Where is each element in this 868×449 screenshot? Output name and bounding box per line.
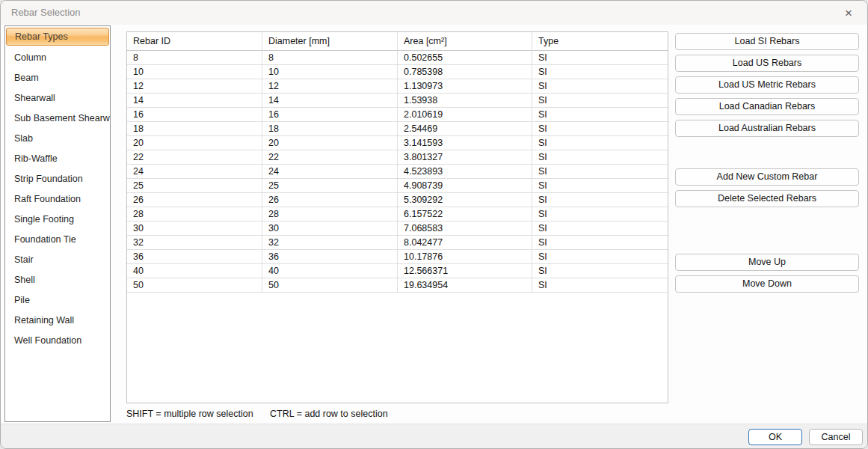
sidebar-item-rib-waffle[interactable]: Rib-Waffle xyxy=(5,149,110,169)
table-cell: 2.54469 xyxy=(398,122,532,136)
load-si-rebars-button[interactable]: Load SI Rebars xyxy=(675,33,859,50)
table-cell: 22 xyxy=(262,150,398,165)
sidebar-item-shearwall[interactable]: Shearwall xyxy=(5,88,110,109)
table-row[interactable]: 30307.068583SI xyxy=(127,222,668,236)
cancel-button[interactable]: Cancel xyxy=(809,429,863,445)
sidebar-item-strip-foundation[interactable]: Strip Foundation xyxy=(5,169,110,189)
table-cell: SI xyxy=(532,193,668,207)
table-row[interactable]: 14141.53938SI xyxy=(127,94,668,108)
sidebar-item-raft-foundation[interactable]: Raft Foundation xyxy=(5,189,110,210)
sidebar-item-single-footing[interactable]: Single Footing xyxy=(5,210,110,230)
table-cell: 3.141593 xyxy=(398,136,532,150)
table-cell: SI xyxy=(532,207,668,222)
table-cell: 24 xyxy=(262,165,398,179)
table-row[interactable]: 32328.042477SI xyxy=(127,236,668,250)
table-row[interactable]: 880.502655SI xyxy=(127,51,668,65)
table-cell: 2.010619 xyxy=(398,108,532,122)
table-cell: SI xyxy=(532,79,668,94)
table-cell: 10.17876 xyxy=(398,250,532,264)
ctrl-hint-label: CTRL = add row to selection xyxy=(270,409,388,419)
sidebar-item-column[interactable]: Column xyxy=(5,48,110,68)
sidebar-item-beam[interactable]: Beam xyxy=(5,68,110,88)
sidebar-item-shell[interactable]: Shell xyxy=(5,270,110,290)
table-row[interactable]: 363610.17876SI xyxy=(127,250,668,264)
table-row[interactable]: 16162.010619SI xyxy=(127,108,668,122)
table-row[interactable]: 505019.634954SI xyxy=(127,278,668,293)
footer-bar xyxy=(1,424,867,448)
table-row[interactable]: 12121.130973SI xyxy=(127,79,668,94)
table-cell: SI xyxy=(532,278,668,293)
table-cell: 40 xyxy=(127,264,262,278)
table-cell: 4.908739 xyxy=(398,179,532,193)
table-row[interactable]: 404012.566371SI xyxy=(127,264,668,278)
table-cell: 25 xyxy=(127,179,262,193)
table-cell: 24 xyxy=(127,165,262,179)
table-cell: 14 xyxy=(127,94,262,108)
sidebar-item-well-foundation[interactable]: Well Foundation xyxy=(5,331,110,351)
table-cell: 26 xyxy=(262,193,398,207)
load-us-rebars-button[interactable]: Load US Rebars xyxy=(675,55,859,72)
sidebar-item-rebar-types[interactable]: Rebar Types xyxy=(6,28,109,46)
table-row[interactable]: 10100.785398SI xyxy=(127,65,668,79)
table-cell: SI xyxy=(532,179,668,193)
table-header-row: Rebar IDDiameter [mm]Area [cm²]Type xyxy=(127,32,668,51)
table-cell: 18 xyxy=(262,122,398,136)
sidebar-item-foundation-tie[interactable]: Foundation Tie xyxy=(5,230,110,250)
table-cell: 0.502655 xyxy=(398,51,532,65)
table-cell: 28 xyxy=(262,207,398,222)
table-cell: SI xyxy=(532,108,668,122)
table-cell: 50 xyxy=(127,278,262,293)
table-cell: 3.801327 xyxy=(398,150,532,165)
column-header-type[interactable]: Type xyxy=(532,32,668,51)
table-row[interactable]: 20203.141593SI xyxy=(127,136,668,150)
rebar-selection-dialog: Rebar Selection × Rebar TypesColumnBeamS… xyxy=(0,0,868,449)
table-cell: SI xyxy=(532,165,668,179)
column-header-rebar-id[interactable]: Rebar ID xyxy=(127,32,262,51)
table-cell: 10 xyxy=(262,65,398,79)
table-row[interactable]: 18182.54469SI xyxy=(127,122,668,136)
sidebar-item-retaining-wall[interactable]: Retaining Wall xyxy=(5,311,110,331)
table-row[interactable]: 25254.908739SI xyxy=(127,179,668,193)
table-cell: SI xyxy=(532,51,668,65)
table-cell: 50 xyxy=(262,278,398,293)
table-cell: 18 xyxy=(127,122,262,136)
table-cell: 5.309292 xyxy=(398,193,532,207)
move-down-button[interactable]: Move Down xyxy=(675,275,859,293)
table-cell: 6.157522 xyxy=(398,207,532,222)
sidebar-item-sub-basement-shearw[interactable]: Sub Basement Shearw... xyxy=(5,109,110,129)
table-cell: 20 xyxy=(127,136,262,150)
table-cell: 32 xyxy=(127,236,262,250)
table-cell: 16 xyxy=(127,108,262,122)
table-cell: 0.785398 xyxy=(398,65,532,79)
load-canadian-rebars-button[interactable]: Load Canadian Rebars xyxy=(675,98,859,115)
table-cell: 36 xyxy=(127,250,262,264)
sidebar-item-slab[interactable]: Slab xyxy=(5,129,110,149)
table-cell: 4.523893 xyxy=(398,165,532,179)
table-cell: 1.130973 xyxy=(398,79,532,94)
close-icon[interactable]: × xyxy=(837,4,860,22)
ok-button[interactable]: OK xyxy=(748,429,802,445)
delete-selected-rebars-button[interactable]: Delete Selected Rebars xyxy=(675,190,859,207)
table-cell: SI xyxy=(532,236,668,250)
table-cell: 8 xyxy=(127,51,262,65)
table-cell: SI xyxy=(532,65,668,79)
column-header-diameter-mm[interactable]: Diameter [mm] xyxy=(262,32,398,51)
load-australian-rebars-button[interactable]: Load Australian Rebars xyxy=(675,120,859,137)
move-up-button[interactable]: Move Up xyxy=(675,254,859,271)
table-cell: SI xyxy=(532,150,668,165)
sidebar: Rebar TypesColumnBeamShearwallSub Baseme… xyxy=(4,25,111,422)
add-new-custom-rebar-button[interactable]: Add New Custom Rebar xyxy=(675,168,859,186)
table-row[interactable]: 22223.801327SI xyxy=(127,150,668,165)
table-cell: SI xyxy=(532,264,668,278)
table-row[interactable]: 26265.309292SI xyxy=(127,193,668,207)
table-cell: 40 xyxy=(262,264,398,278)
sidebar-item-pile[interactable]: Pile xyxy=(5,290,110,311)
table-row[interactable]: 28286.157522SI xyxy=(127,207,668,222)
table-row[interactable]: 24244.523893SI xyxy=(127,165,668,179)
sidebar-item-stair[interactable]: Stair xyxy=(5,250,110,270)
table-cell: SI xyxy=(532,250,668,264)
column-header-area-cm[interactable]: Area [cm²] xyxy=(398,32,532,51)
table-cell: 25 xyxy=(262,179,398,193)
shift-hint-label: SHIFT = multiple row selection xyxy=(126,409,253,419)
load-us-metric-rebars-button[interactable]: Load US Metric Rebars xyxy=(675,76,859,94)
